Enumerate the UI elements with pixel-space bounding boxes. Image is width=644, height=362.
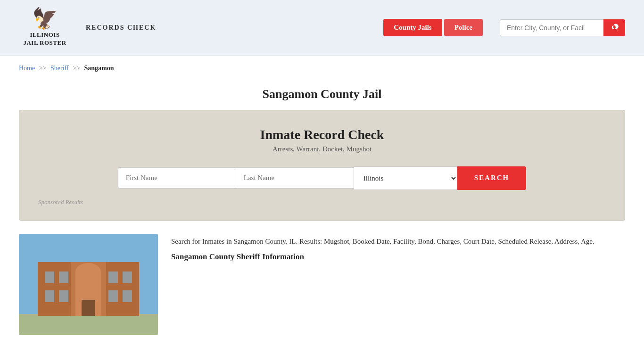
- record-check-subtitle: Arrests, Warrant, Docket, Mugshot: [38, 145, 606, 153]
- building-image: [19, 234, 158, 335]
- breadcrumb-home[interactable]: Home: [19, 65, 35, 72]
- breadcrumb-sheriff[interactable]: Sheriff: [50, 65, 69, 72]
- header-search-button[interactable]: [603, 19, 625, 36]
- svg-rect-3: [38, 262, 71, 316]
- first-name-input[interactable]: [118, 167, 236, 189]
- svg-rect-12: [123, 272, 132, 283]
- breadcrumb: Home >> Sheriff >> Sangamon: [0, 56, 644, 76]
- svg-point-6: [75, 263, 101, 280]
- header-search-input[interactable]: [500, 19, 603, 36]
- sponsored-label: Sponsored Results: [38, 198, 606, 206]
- svg-rect-7: [45, 272, 54, 283]
- bottom-section: Search for Inmates in Sangamon County, I…: [0, 234, 644, 354]
- page-title-wrap: Sangamon County Jail: [0, 76, 644, 110]
- breadcrumb-sep2: >>: [73, 65, 80, 72]
- logo-icon: 🦅: [32, 8, 58, 29]
- svg-rect-9: [45, 290, 54, 302]
- last-name-input[interactable]: [236, 167, 354, 189]
- svg-rect-11: [108, 272, 118, 283]
- county-jails-button[interactable]: County Jails: [383, 19, 442, 36]
- svg-rect-1: [19, 314, 158, 335]
- svg-rect-14: [123, 290, 132, 302]
- record-check-box: Inmate Record Check Arrests, Warrant, Do…: [19, 110, 625, 221]
- page-title: Sangamon County Jail: [19, 87, 625, 101]
- building-svg: [19, 234, 158, 335]
- breadcrumb-current: Sangamon: [84, 65, 114, 72]
- record-search-button[interactable]: SEARCH: [457, 166, 527, 190]
- svg-rect-15: [82, 300, 95, 316]
- info-subheading: Sangamon County Sheriff Information: [171, 252, 625, 262]
- svg-rect-8: [59, 272, 68, 283]
- record-check-title: Inmate Record Check: [38, 127, 606, 142]
- header: 🦅 ILLINOIS JAIL ROSTER RECORDS CHECK Cou…: [0, 0, 644, 56]
- svg-rect-10: [59, 290, 68, 302]
- info-text: Search for Inmates in Sangamon County, I…: [171, 234, 625, 262]
- records-check-label: RECORDS CHECK: [86, 24, 156, 32]
- nav-buttons: County Jails Police: [383, 19, 483, 36]
- search-icon: [610, 24, 619, 32]
- breadcrumb-sep1: >>: [39, 65, 47, 72]
- state-select[interactable]: IllinoisAlabamaAlaskaArizonaArkansasCali…: [354, 166, 457, 190]
- logo-text: ILLINOIS JAIL ROSTER: [23, 31, 66, 47]
- police-button[interactable]: Police: [444, 19, 483, 36]
- record-search-form: IllinoisAlabamaAlaskaArizonaArkansasCali…: [38, 166, 606, 190]
- info-paragraph: Search for Inmates in Sangamon County, I…: [171, 236, 625, 247]
- header-search-bar: [500, 19, 625, 36]
- svg-rect-4: [106, 262, 139, 316]
- svg-rect-13: [108, 290, 118, 302]
- logo[interactable]: 🦅 ILLINOIS JAIL ROSTER: [19, 8, 71, 47]
